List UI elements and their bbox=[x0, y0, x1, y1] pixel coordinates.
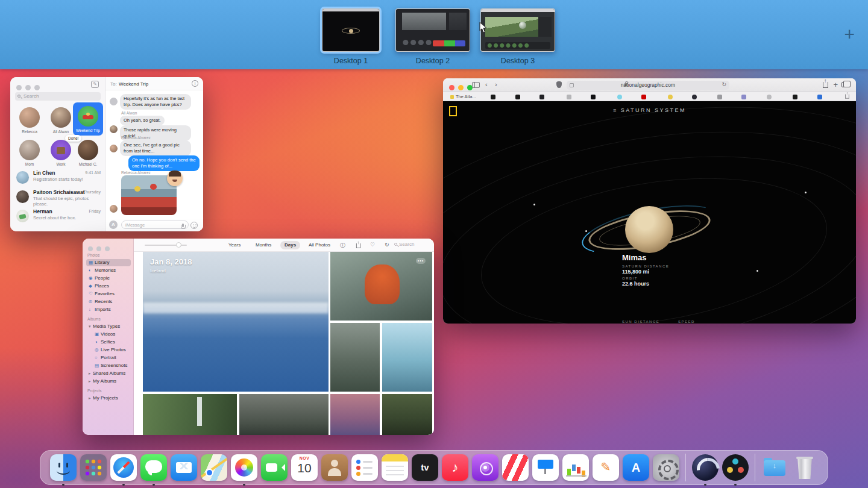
sidebar-item-recents[interactable]: ⊙Recents bbox=[86, 298, 131, 305]
photo-seljalandsfoss[interactable] bbox=[143, 394, 237, 435]
dock-pages[interactable]: ✎ bbox=[593, 454, 619, 481]
dock-maps[interactable] bbox=[201, 454, 227, 481]
pinned-ali-alwan[interactable]: Ali Alwan bbox=[46, 107, 76, 134]
dictation-icon[interactable] bbox=[181, 224, 184, 229]
photos-search-input[interactable]: Search bbox=[394, 242, 429, 247]
messages-search-input[interactable]: Search bbox=[15, 92, 101, 101]
apps-icon[interactable]: A bbox=[109, 221, 118, 229]
sidebar-item-library[interactable]: ▦Library bbox=[86, 259, 131, 266]
conversation-lin-chen[interactable]: Lin Chen 9:41 AM Registration starts tod… bbox=[14, 169, 102, 187]
favicon[interactable] bbox=[491, 95, 495, 99]
address-bar[interactable]: nationalgeographic.com ↻ bbox=[567, 81, 729, 90]
dock-photos[interactable] bbox=[231, 454, 257, 481]
dock-downloads[interactable] bbox=[761, 454, 788, 481]
favorite-icon[interactable]: ♡ bbox=[370, 242, 375, 248]
saturn-planet[interactable] bbox=[625, 206, 673, 253]
dock-safari[interactable] bbox=[110, 454, 137, 481]
conversation-herman[interactable]: Herman Friday Secret about the box. bbox=[14, 207, 102, 226]
photo-cascade-falls[interactable] bbox=[382, 323, 432, 392]
tab-months[interactable]: Months bbox=[251, 241, 275, 249]
emoji-icon[interactable] bbox=[190, 222, 198, 229]
info-icon[interactable]: i bbox=[192, 80, 198, 87]
favicon[interactable] bbox=[617, 95, 622, 99]
pinned-mom[interactable]: Mom bbox=[14, 140, 45, 166]
dock-system-preferences[interactable] bbox=[653, 454, 679, 481]
sidebar-item-memories[interactable]: ◐Memories bbox=[86, 267, 131, 274]
share-icon[interactable] bbox=[356, 243, 360, 248]
conversation-paitoon[interactable]: Paitoon Srichaisawat Thursday That shoul… bbox=[14, 188, 102, 207]
sidebar-toggle-icon[interactable] bbox=[472, 82, 480, 88]
pinned-weekend-trip-selected[interactable]: Weekend Trip bbox=[73, 102, 103, 136]
favicon[interactable] bbox=[767, 95, 772, 99]
dock-launchpad[interactable] bbox=[80, 454, 107, 481]
dock-contacts[interactable] bbox=[321, 454, 348, 481]
dock-notes[interactable] bbox=[382, 454, 408, 481]
favicon[interactable] bbox=[567, 95, 571, 99]
sidebar-item-my-albums[interactable]: ▸My Albums bbox=[86, 378, 131, 385]
sidebar-item-people[interactable]: ◉People bbox=[86, 275, 131, 282]
dock-news[interactable] bbox=[502, 454, 529, 481]
dock-calendar[interactable]: NOV10 bbox=[291, 454, 318, 481]
favicon[interactable] bbox=[817, 95, 822, 99]
dock-numbers[interactable] bbox=[562, 454, 589, 481]
dock-messages[interactable] bbox=[140, 454, 167, 481]
pinned-work[interactable]: Done! Work bbox=[46, 140, 76, 166]
zoom-button[interactable] bbox=[34, 85, 40, 90]
moon-mimas-dot[interactable] bbox=[585, 230, 587, 232]
add-desktop-button[interactable]: + bbox=[844, 24, 855, 45]
messages-window-controls[interactable] bbox=[16, 82, 43, 93]
favicon[interactable] bbox=[741, 95, 746, 99]
minimize-button[interactable] bbox=[96, 246, 101, 251]
rotate-icon[interactable]: ↻ bbox=[385, 242, 389, 248]
dock-cinema-4d[interactable] bbox=[692, 454, 719, 481]
favicon[interactable] bbox=[515, 95, 520, 99]
favicon[interactable] bbox=[641, 95, 646, 99]
favicon[interactable] bbox=[591, 95, 596, 99]
pinned-michael-c[interactable]: Michael C. bbox=[73, 140, 103, 166]
photos-window[interactable]: Photos ▦Library ◐Memories ◉People ◆Place… bbox=[83, 239, 434, 435]
moon-dot[interactable] bbox=[756, 270, 758, 272]
photos-window-controls[interactable] bbox=[88, 243, 113, 254]
desktop-1-thumbnail[interactable]: Desktop 1 bbox=[322, 8, 380, 65]
reload-icon[interactable]: ↻ bbox=[722, 81, 726, 87]
forward-icon[interactable]: › bbox=[495, 81, 497, 88]
info-icon[interactable]: ⓘ bbox=[340, 242, 345, 249]
safari-window[interactable]: ‹ › nationalgeographic.com ↻ + The Atla.… bbox=[443, 78, 856, 324]
privacy-shield-icon[interactable] bbox=[556, 81, 562, 88]
moon-dot[interactable] bbox=[805, 192, 807, 193]
dock-keynote[interactable] bbox=[532, 454, 559, 481]
photo-sunset-river[interactable] bbox=[330, 394, 380, 435]
dock-davinci-resolve[interactable] bbox=[722, 454, 749, 481]
imessage-input[interactable]: iMessage bbox=[121, 221, 189, 229]
zoom-button[interactable] bbox=[105, 246, 110, 251]
slider-knob[interactable] bbox=[176, 242, 181, 248]
compose-icon[interactable]: ✎ bbox=[91, 81, 99, 88]
close-button[interactable] bbox=[16, 85, 22, 90]
favicon[interactable] bbox=[793, 95, 797, 99]
dock-mail[interactable] bbox=[171, 454, 197, 481]
dock-finder[interactable] bbox=[50, 454, 77, 481]
new-tab-icon[interactable]: + bbox=[833, 80, 838, 89]
dock-trash[interactable] bbox=[791, 454, 818, 481]
share-icon[interactable] bbox=[845, 95, 849, 99]
favicon[interactable] bbox=[539, 95, 544, 99]
sidebar-item-favorites[interactable]: ♡Favorites bbox=[86, 290, 131, 298]
dock-music[interactable]: ♪ bbox=[442, 454, 468, 481]
photo-family-selfie[interactable] bbox=[239, 394, 329, 435]
messages-window[interactable]: ✎ Search Rebecca Ali Alwan Weekend Trip … bbox=[10, 77, 203, 231]
tab-days[interactable]: Days bbox=[280, 241, 300, 249]
sidebar-item-imports[interactable]: ↓Imports bbox=[86, 306, 131, 313]
favicon[interactable] bbox=[717, 95, 722, 99]
sidebar-item-screenshots[interactable]: ▤Screenshots bbox=[86, 362, 131, 369]
close-button[interactable] bbox=[449, 85, 454, 90]
favicon[interactable] bbox=[692, 95, 697, 99]
sidebar-item-videos[interactable]: ▣Videos bbox=[86, 331, 131, 338]
tab-years[interactable]: Years bbox=[224, 241, 245, 249]
favicon[interactable] bbox=[668, 95, 673, 99]
share-icon[interactable] bbox=[823, 82, 828, 88]
photo-waterfall-canyon[interactable] bbox=[330, 323, 380, 392]
tab-overview-icon[interactable] bbox=[841, 82, 848, 87]
sidebar-item-media-types[interactable]: ▾Media Types bbox=[86, 323, 131, 330]
favorite-the-atlantic[interactable]: The Atla... bbox=[450, 94, 476, 99]
more-options-button[interactable]: ••• bbox=[416, 258, 426, 264]
